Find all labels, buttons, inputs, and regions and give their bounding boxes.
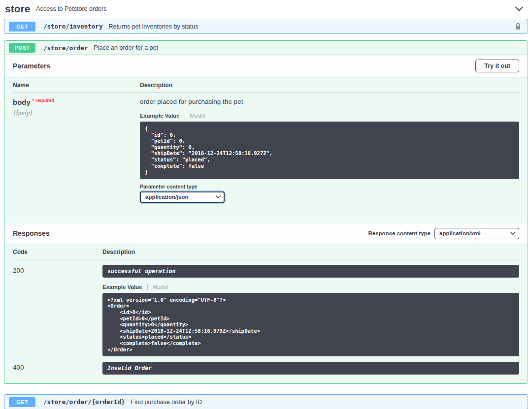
response-content-type-label: Response content type: [368, 230, 431, 236]
parameter-name-text: body: [13, 98, 31, 106]
required-marker: * required: [33, 97, 54, 103]
example-model-tabs: Example Value Model: [102, 284, 519, 290]
lock-icon[interactable]: [513, 23, 523, 31]
parameter-row-body: body* required (body) order placed for p…: [13, 93, 519, 223]
response-content-type-select[interactable]: application/xml: [434, 228, 519, 239]
chevron-down-icon[interactable]: [512, 5, 526, 12]
opblock-summary-get-inventory[interactable]: GET /store/inventory Returns pet invento…: [4, 19, 528, 33]
opblock-summary-post-order[interactable]: POST /store/order Place an order for a p…: [4, 41, 528, 55]
parameter-content-type-select[interactable]: application/json: [140, 191, 225, 203]
responses-header: Responses Response content type applicat…: [4, 223, 528, 244]
response-example-section: Example Value Model <?xml version="1.0" …: [102, 284, 519, 356]
section-subtitle: Access to Petstore orders: [36, 5, 106, 12]
column-header-name: Name: [13, 82, 140, 89]
parameter-location: (body): [13, 110, 140, 117]
method-badge-get: GET: [9, 397, 35, 407]
method-badge-post: POST: [9, 43, 35, 53]
responses-table-head: Code Description: [13, 244, 519, 259]
responses-heading: Responses: [13, 229, 50, 237]
opblock-summary-get-order-by-id[interactable]: GET /store/order/{orderId} Find purchase…: [4, 395, 528, 409]
section-title: store: [5, 3, 30, 15]
json-example-code: { "id": 0, "petId": 0, "quantity": 0, "s…: [140, 122, 519, 179]
op-summary-get-order-by-id: Find purchase order by ID: [131, 399, 202, 406]
column-header-description: Description: [140, 82, 519, 89]
response-content-type-group: Response content type application/xml: [368, 228, 519, 239]
parameters-table: Name Description body* required (body) o…: [4, 77, 528, 223]
column-header-description: Description: [102, 249, 519, 255]
parameter-content-type-select-wrap: application/json: [140, 191, 225, 203]
xml-example-code: <?xml version="1.0" encoding="UTF-8"?> <…: [102, 293, 519, 356]
parameters-table-head: Name Description: [13, 77, 519, 93]
method-badge-get: GET: [9, 22, 35, 31]
opblock-get-inventory: GET /store/inventory Returns pet invento…: [4, 19, 528, 34]
response-code-400: 400: [13, 362, 102, 375]
op-path-inventory: /store/inventory: [43, 23, 102, 30]
response-description-bar: Invalid Order: [102, 362, 519, 375]
parameter-name-cell: body* required (body): [13, 98, 140, 223]
op-summary-inventory: Returns pet inventories by status: [108, 23, 198, 30]
parameters-header: Parameters Try it out: [4, 55, 528, 77]
column-header-code: Code: [13, 249, 102, 255]
parameter-name: body* required: [13, 98, 140, 106]
response-row-200: 200 successful operation Example Value M…: [13, 259, 519, 356]
parameter-description-cell: order placed for purchasing the pet Exam…: [140, 98, 519, 223]
tab-example-value[interactable]: Example Value: [140, 113, 180, 119]
opblock-post-order: POST /store/order Place an order for a p…: [4, 40, 528, 384]
response-description-bar: successful operation: [102, 265, 519, 278]
response-200-description-cell: successful operation Example Value Model…: [102, 265, 519, 356]
tab-model[interactable]: Model: [147, 284, 168, 290]
response-row-400: 400 Invalid Order: [13, 356, 519, 375]
responses-table: Code Description 200 successful operatio…: [4, 244, 528, 383]
op-path-get-order-by-id: /store/order/{orderId}: [43, 398, 125, 406]
swagger-store-section: store Access to Petstore orders GET /sto…: [0, 0, 532, 409]
parameter-content-type-label: Parameter content type: [140, 184, 519, 189]
parameters-heading: Parameters: [13, 62, 50, 70]
example-model-tabs: Example Value Model: [140, 113, 519, 119]
try-it-out-button[interactable]: Try it out: [475, 60, 519, 72]
opblock-body: Parameters Try it out Name Description b…: [4, 55, 528, 383]
op-summary-post-order: Place an order for a pet: [94, 44, 158, 51]
tab-example-value[interactable]: Example Value: [102, 284, 142, 290]
op-path-post-order: /store/order: [43, 44, 88, 52]
opblock-get-order-by-id: GET /store/order/{orderId} Find purchase…: [4, 394, 528, 409]
parameter-description: order placed for purchasing the pet: [140, 98, 519, 105]
tag-section-header[interactable]: store Access to Petstore orders: [4, 2, 528, 19]
response-400-description-cell: Invalid Order: [102, 362, 519, 375]
tab-model[interactable]: Model: [185, 113, 205, 119]
response-code-200: 200: [13, 265, 102, 356]
response-content-type-select-wrap: application/xml: [434, 228, 519, 239]
